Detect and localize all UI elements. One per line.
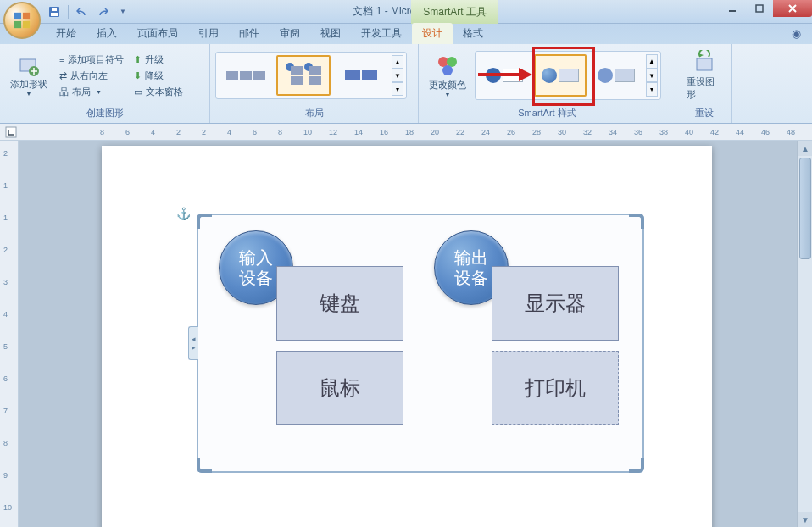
layouts-scroll-up[interactable]: ▲ bbox=[392, 55, 403, 69]
qat-customize[interactable]: ▼ bbox=[114, 3, 131, 20]
styles-more[interactable]: ▾ bbox=[646, 82, 658, 97]
anchor-icon: ⚓ bbox=[176, 207, 191, 220]
undo-button[interactable] bbox=[74, 3, 91, 20]
undo-icon bbox=[76, 6, 88, 18]
rtl-icon: ⇄ bbox=[59, 70, 67, 81]
frame-corner-bl[interactable] bbox=[197, 458, 212, 473]
dropdown-icon: ▼ bbox=[96, 89, 102, 95]
tab-review[interactable]: 审阅 bbox=[270, 23, 310, 44]
frame-corner-tr[interactable] bbox=[629, 214, 644, 229]
sa-box-keyboard[interactable]: 键盘 bbox=[276, 266, 403, 341]
ruler-mark: 12 bbox=[329, 128, 337, 136]
horizontal-ruler[interactable]: 8642246810121416182022242628303234363840… bbox=[0, 124, 812, 141]
add-bullet-button[interactable]: ≡添加项目符号 bbox=[56, 52, 127, 68]
save-button[interactable] bbox=[46, 3, 63, 20]
tab-view[interactable]: 视图 bbox=[310, 23, 351, 44]
layouts-gallery: ▲ ▼ ▾ bbox=[215, 52, 407, 99]
scroll-down-button[interactable]: ▼ bbox=[798, 512, 812, 527]
reset-graphic-button[interactable]: 重设图形 bbox=[681, 47, 726, 104]
document-area: 211234567891011 ⚓ ◂▸ 输入设备 键盘 鼠标 输出设备 显示器… bbox=[0, 141, 812, 527]
tab-developer[interactable]: 开发工具 bbox=[351, 23, 412, 44]
ruler-mark: 22 bbox=[456, 128, 464, 136]
add-shape-button[interactable]: 添加形状 ▼ bbox=[5, 51, 53, 100]
svg-rect-14 bbox=[697, 58, 712, 70]
layout-icon: 品 bbox=[59, 86, 69, 98]
styles-scroll-down[interactable]: ▼ bbox=[646, 69, 658, 83]
maximize-button[interactable] bbox=[746, 0, 773, 17]
text-pane-icon: ▭ bbox=[134, 86, 142, 97]
sa-box-display[interactable]: 显示器 bbox=[492, 266, 619, 341]
layout-option-3[interactable] bbox=[334, 55, 388, 96]
style-option-3[interactable] bbox=[590, 54, 642, 97]
scroll-thumb[interactable] bbox=[799, 158, 811, 259]
redo-button[interactable] bbox=[94, 3, 111, 20]
smartart-graphic[interactable]: ◂▸ 输入设备 键盘 鼠标 输出设备 显示器 打印机 bbox=[197, 214, 644, 473]
frame-corner-tl[interactable] bbox=[197, 214, 212, 229]
svg-rect-0 bbox=[14, 13, 21, 19]
group-layouts: ▲ ▼ ▾ 布局 bbox=[210, 44, 419, 123]
demote-button[interactable]: ⬇降级 bbox=[131, 68, 186, 84]
svg-rect-1 bbox=[23, 13, 30, 19]
ruler-mark: 10 bbox=[303, 128, 312, 136]
layouts-more[interactable]: ▾ bbox=[392, 82, 403, 96]
tab-selector-icon[interactable] bbox=[5, 126, 17, 138]
tab-mailings[interactable]: 邮件 bbox=[229, 23, 270, 44]
layout-button[interactable]: 品布局▼ bbox=[56, 84, 127, 100]
svg-rect-8 bbox=[756, 5, 763, 12]
ruler-mark: 42 bbox=[710, 128, 719, 136]
office-button[interactable] bbox=[3, 2, 41, 39]
svg-rect-2 bbox=[14, 21, 21, 28]
group-label-reset: 重设 bbox=[681, 105, 726, 121]
vruler-mark: 7 bbox=[3, 407, 8, 415]
minimize-button[interactable] bbox=[719, 0, 746, 17]
ruler-mark: 18 bbox=[405, 128, 414, 136]
ruler-mark: 36 bbox=[634, 128, 642, 136]
layouts-scroll-down[interactable]: ▼ bbox=[392, 69, 403, 82]
page[interactable]: ⚓ ◂▸ 输入设备 键盘 鼠标 输出设备 显示器 打印机 bbox=[102, 146, 712, 527]
svg-rect-15 bbox=[6, 127, 16, 137]
layout-option-1[interactable] bbox=[219, 55, 273, 96]
group-label-layouts: 布局 bbox=[215, 105, 413, 121]
frame-corner-br[interactable] bbox=[629, 458, 644, 473]
text-pane-button[interactable]: ▭文本窗格 bbox=[131, 84, 186, 100]
right-to-left-button[interactable]: ⇄从右向左 bbox=[56, 68, 127, 84]
text-pane-toggle[interactable]: ◂▸ bbox=[188, 326, 198, 360]
tab-references[interactable]: 引用 bbox=[188, 23, 229, 44]
close-button[interactable] bbox=[773, 0, 812, 17]
scroll-up-button[interactable]: ▲ bbox=[798, 141, 812, 156]
style-option-1[interactable] bbox=[478, 54, 531, 97]
svg-rect-6 bbox=[52, 8, 57, 11]
contextual-tab-label: SmartArt 工具 bbox=[411, 0, 498, 24]
vruler-mark: 1 bbox=[3, 214, 8, 222]
sa-box-mouse[interactable]: 鼠标 bbox=[276, 351, 403, 425]
ribbon: 添加形状 ▼ ≡添加项目符号 ⇄从右向左 品布局▼ ⬆升级 ⬇降级 ▭文本窗格 … bbox=[0, 44, 812, 124]
sa-box-printer[interactable]: 打印机 bbox=[492, 351, 619, 425]
ruler-mark: 6 bbox=[253, 128, 257, 136]
ruler-mark: 44 bbox=[736, 128, 744, 136]
rtl-label: 从右向左 bbox=[70, 69, 108, 82]
vruler-mark: 3 bbox=[3, 278, 8, 286]
vruler-mark: 8 bbox=[3, 439, 8, 447]
vertical-ruler[interactable]: 211234567891011 bbox=[0, 141, 19, 527]
vruler-mark: 6 bbox=[3, 374, 8, 383]
vruler-mark: 9 bbox=[3, 471, 8, 480]
styles-scroll-up[interactable]: ▲ bbox=[646, 54, 658, 69]
svg-rect-7 bbox=[729, 10, 736, 12]
styles-scroll: ▲ ▼ ▾ bbox=[646, 54, 658, 97]
ruler-mark: 34 bbox=[609, 128, 617, 136]
ruler-mark: 28 bbox=[532, 128, 541, 136]
office-logo-icon bbox=[13, 11, 31, 30]
tab-page-layout[interactable]: 页面布局 bbox=[127, 23, 188, 44]
vertical-scrollbar[interactable]: ▲ ▼ bbox=[797, 141, 812, 527]
style-option-2[interactable] bbox=[534, 54, 587, 97]
vruler-mark: 2 bbox=[3, 246, 8, 254]
vruler-mark: 4 bbox=[3, 310, 8, 319]
tab-insert[interactable]: 插入 bbox=[86, 23, 127, 44]
change-colors-button[interactable]: 更改颜色 ▼ bbox=[424, 50, 471, 101]
help-button[interactable]: ◉ bbox=[792, 27, 805, 41]
layout-option-2[interactable] bbox=[276, 55, 331, 96]
tab-home[interactable]: 开始 bbox=[46, 23, 86, 44]
tab-design[interactable]: 设计 bbox=[412, 23, 453, 44]
tab-format[interactable]: 格式 bbox=[453, 23, 493, 44]
promote-button[interactable]: ⬆升级 bbox=[131, 52, 186, 68]
